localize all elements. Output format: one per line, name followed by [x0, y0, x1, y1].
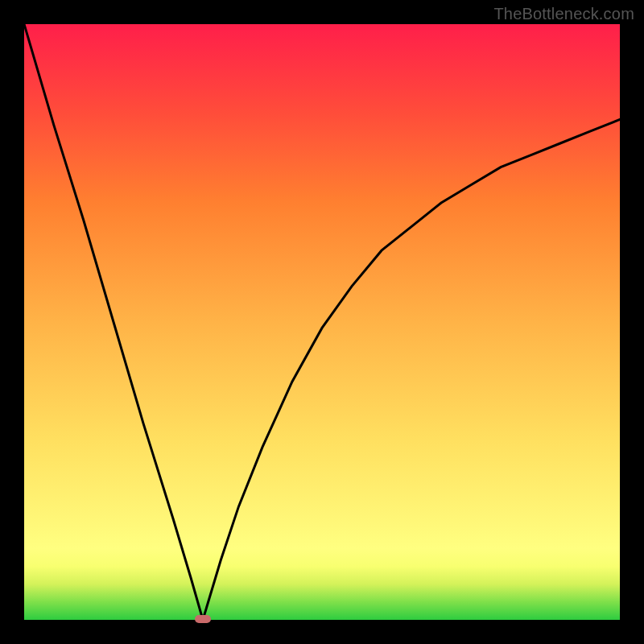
- curve-left-branch: [24, 24, 203, 620]
- watermark-text: TheBottleneck.com: [493, 5, 634, 23]
- plot-area: [24, 24, 620, 620]
- min-marker: [195, 615, 211, 623]
- curve-svg: [24, 24, 620, 620]
- curve-right-branch: [203, 119, 620, 620]
- chart-frame: TheBottleneck.com: [0, 0, 644, 644]
